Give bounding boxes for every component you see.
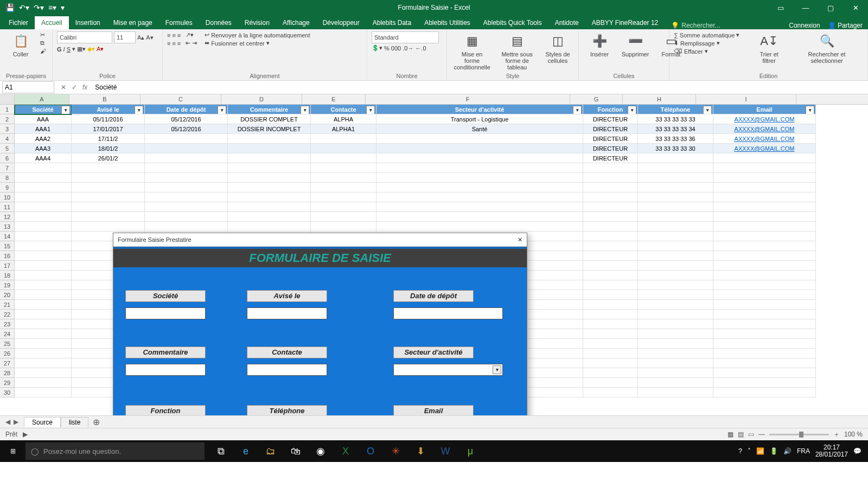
table-cell[interactable]: AAA2 — [15, 134, 72, 144]
empty-cell[interactable] — [713, 202, 816, 212]
excel-icon[interactable]: X — [335, 440, 356, 462]
table-cell[interactable]: 26/01/2 — [72, 153, 145, 163]
empty-cell[interactable] — [72, 222, 145, 232]
copy-icon[interactable]: ⧉ — [40, 40, 46, 47]
enter-formula-icon[interactable]: ✓ — [72, 84, 77, 91]
table-cell[interactable] — [145, 144, 228, 153]
empty-cell[interactable] — [15, 378, 72, 388]
empty-cell[interactable] — [713, 300, 816, 310]
row-header[interactable]: 8 — [0, 173, 15, 183]
signin-button[interactable]: Connexion — [789, 22, 820, 29]
filter-dropdown-icon[interactable]: ▾ — [806, 106, 814, 114]
col-header[interactable]: B — [69, 94, 141, 104]
cancel-formula-icon[interactable]: ✕ — [61, 84, 66, 91]
formula-input[interactable] — [92, 82, 868, 93]
table-cell[interactable] — [713, 153, 816, 163]
empty-cell[interactable] — [145, 173, 228, 183]
row-header[interactable]: 17 — [0, 261, 15, 271]
view-page-layout-icon[interactable]: ▤ — [738, 431, 744, 438]
table-cell[interactable]: DIRECTEUR — [583, 153, 638, 163]
empty-cell[interactable] — [15, 251, 72, 261]
empty-cell[interactable] — [583, 173, 638, 183]
filter-dropdown-icon[interactable]: ▾ — [301, 106, 309, 114]
table-cell[interactable]: DIRECTEUR — [583, 144, 638, 153]
row-header[interactable]: 1 — [0, 105, 15, 114]
empty-cell[interactable] — [145, 183, 228, 192]
comma-icon[interactable]: 000 — [391, 45, 401, 52]
tab-layout[interactable]: Mise en page — [107, 16, 159, 29]
empty-cell[interactable] — [638, 202, 713, 212]
empty-cell[interactable] — [311, 183, 376, 192]
table-cell[interactable] — [311, 134, 376, 144]
empty-cell[interactable] — [713, 329, 816, 339]
empty-cell[interactable] — [376, 183, 583, 192]
sort-filter-button[interactable]: A↧Trier et filtrer — [751, 31, 787, 65]
empty-cell[interactable] — [376, 163, 583, 173]
dialog-close-icon[interactable]: ✕ — [518, 236, 522, 243]
row-header[interactable]: 30 — [0, 388, 15, 397]
table-cell[interactable]: DOSSIER COMPLET — [228, 114, 311, 124]
tab-ablebits-data[interactable]: Ablebits Data — [366, 16, 418, 29]
input-avise[interactable] — [247, 307, 327, 319]
empty-cell[interactable] — [15, 222, 72, 232]
table-cell[interactable]: AAA3 — [15, 144, 72, 153]
empty-cell[interactable] — [638, 271, 713, 280]
row-header[interactable]: 3 — [0, 124, 15, 134]
combo-secteur[interactable] — [393, 364, 503, 376]
tab-ablebits-quick[interactable]: Ablebits Quick Tools — [477, 16, 548, 29]
table-cell[interactable]: AAA1 — [15, 124, 72, 134]
empty-cell[interactable] — [713, 319, 816, 329]
empty-cell[interactable] — [583, 329, 638, 339]
empty-cell[interactable] — [638, 261, 713, 271]
empty-cell[interactable] — [15, 271, 72, 280]
empty-cell[interactable] — [713, 261, 816, 271]
row-header[interactable]: 10 — [0, 192, 15, 202]
maximize-icon[interactable]: ▢ — [818, 0, 843, 15]
tab-developer[interactable]: Développeur — [316, 16, 366, 29]
save-icon[interactable]: 💾 — [5, 3, 15, 12]
col-header[interactable]: F — [366, 94, 570, 104]
table-cell[interactable]: 05/12/2016 — [145, 114, 228, 124]
zoom-in-icon[interactable]: ＋ — [833, 430, 840, 439]
empty-cell[interactable] — [15, 319, 72, 329]
align-left-icon[interactable]: ≡ — [167, 40, 170, 47]
col-header[interactable]: C — [141, 94, 221, 104]
qat-more-icon[interactable]: ▾ — [61, 3, 65, 12]
empty-cell[interactable] — [15, 173, 72, 183]
empty-cell[interactable] — [583, 232, 638, 241]
explorer-icon[interactable]: 🗂 — [260, 440, 282, 462]
empty-cell[interactable] — [638, 378, 713, 388]
empty-cell[interactable] — [638, 339, 713, 349]
table-cell[interactable]: 18/01/2 — [72, 144, 145, 153]
empty-cell[interactable] — [311, 192, 376, 202]
empty-cell[interactable] — [638, 280, 713, 290]
table-cell[interactable]: 05/11/2016 — [72, 114, 145, 124]
empty-cell[interactable] — [713, 339, 816, 349]
row-header[interactable]: 9 — [0, 183, 15, 192]
dialog-titlebar[interactable]: Formulaire Saisie Prestatire ✕ — [113, 233, 527, 247]
empty-cell[interactable] — [583, 349, 638, 358]
increase-font-icon[interactable]: A▴ — [137, 34, 144, 41]
filter-dropdown-icon[interactable]: ▾ — [573, 106, 582, 114]
sheet-nav-prev-icon[interactable]: ◀ — [5, 418, 10, 426]
italic-button[interactable]: I — [63, 46, 65, 53]
empty-cell[interactable] — [311, 222, 376, 232]
empty-cell[interactable] — [228, 222, 311, 232]
insert-cells-button[interactable]: ➕Insérer — [583, 31, 616, 59]
row-header[interactable]: 23 — [0, 319, 15, 329]
table-cell[interactable]: AXXXX@GMAIL.COM — [713, 144, 816, 153]
table-cell[interactable]: ALPHA1 — [311, 124, 376, 134]
empty-cell[interactable] — [638, 349, 713, 358]
col-header[interactable]: H — [623, 94, 696, 104]
empty-cell[interactable] — [15, 290, 72, 300]
input-societe[interactable] — [125, 307, 206, 319]
empty-cell[interactable] — [713, 212, 816, 222]
empty-cell[interactable] — [638, 329, 713, 339]
empty-cell[interactable] — [376, 192, 583, 202]
empty-cell[interactable] — [638, 212, 713, 222]
edge-icon[interactable]: e — [235, 440, 257, 462]
empty-cell[interactable] — [376, 212, 583, 222]
redo-icon[interactable]: ↷▾ — [34, 3, 44, 12]
cortana-search[interactable]: ◯Posez-moi une question. — [25, 442, 205, 460]
empty-cell[interactable] — [15, 310, 72, 319]
